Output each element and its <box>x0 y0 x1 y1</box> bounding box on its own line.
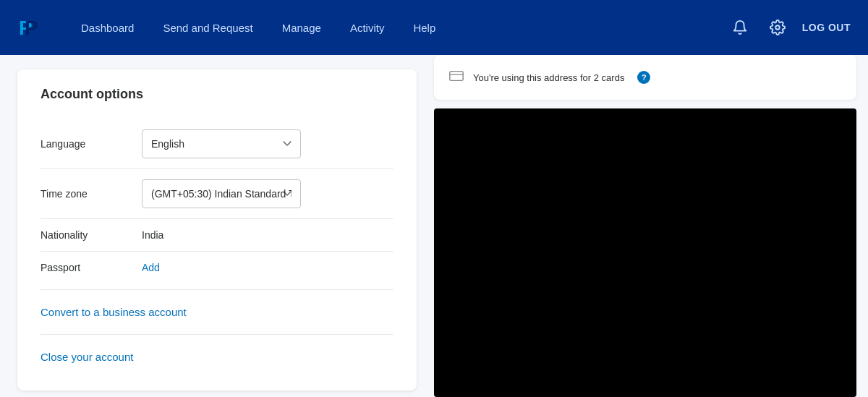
passport-value: Add <box>142 262 393 273</box>
language-label: Language <box>41 138 142 150</box>
divider <box>41 289 393 290</box>
svg-text:P: P <box>25 17 38 39</box>
card-title: Account options <box>41 87 393 102</box>
convert-to-business-link[interactable]: Convert to a business account <box>41 296 393 328</box>
header-actions: LOG OUT <box>727 14 851 40</box>
passport-add-link[interactable]: Add <box>142 262 160 273</box>
paypal-logo: P P <box>17 14 43 40</box>
nav-item-send-request[interactable]: Send and Request <box>148 0 267 55</box>
timezone-row: Time zone (GMT+05:30) Indian Standard T.… <box>41 169 393 219</box>
nav-item-dashboard[interactable]: Dashboard <box>67 0 148 55</box>
svg-rect-3 <box>450 72 463 81</box>
image-area <box>434 108 856 397</box>
settings-button[interactable] <box>765 14 791 40</box>
address-card: You're using this address for 2 cards ? <box>434 55 856 100</box>
nationality-row: Nationality India <box>41 219 393 252</box>
timezone-select[interactable]: (GMT+05:30) Indian Standard T... <box>142 179 301 208</box>
notification-button[interactable] <box>727 14 753 40</box>
nav-item-activity[interactable]: Activity <box>336 0 399 55</box>
address-text: You're using this address for 2 cards <box>473 72 624 83</box>
right-panel: You're using this address for 2 cards ? <box>434 55 868 397</box>
nationality-label: Nationality <box>41 229 142 241</box>
timezone-label: Time zone <box>41 188 142 200</box>
top-navigation: P P Dashboard Send and Request Manage Ac… <box>0 0 868 55</box>
close-account-link[interactable]: Close your account <box>41 341 393 373</box>
timezone-value: (GMT+05:30) Indian Standard T... <box>142 179 393 208</box>
passport-row: Passport Add <box>41 252 393 283</box>
nav-item-manage[interactable]: Manage <box>268 0 336 55</box>
card-icon <box>448 68 464 87</box>
language-row: Language English <box>41 119 393 169</box>
passport-label: Passport <box>41 262 142 273</box>
nav-item-help[interactable]: Help <box>399 0 450 55</box>
divider-2 <box>41 334 393 335</box>
nationality-value: India <box>142 229 393 241</box>
language-value: English <box>142 129 393 158</box>
main-nav: Dashboard Send and Request Manage Activi… <box>67 0 704 55</box>
right-content: You're using this address for 2 cards ? <box>434 55 868 397</box>
account-options-card: Account options Language English Time zo… <box>17 69 417 390</box>
logout-button[interactable]: LOG OUT <box>802 22 851 33</box>
language-select[interactable]: English <box>142 129 301 158</box>
main-content: Account options Language English Time zo… <box>0 55 868 397</box>
svg-point-2 <box>775 25 780 30</box>
help-icon[interactable]: ? <box>637 71 650 84</box>
left-panel: Account options Language English Time zo… <box>0 55 434 397</box>
